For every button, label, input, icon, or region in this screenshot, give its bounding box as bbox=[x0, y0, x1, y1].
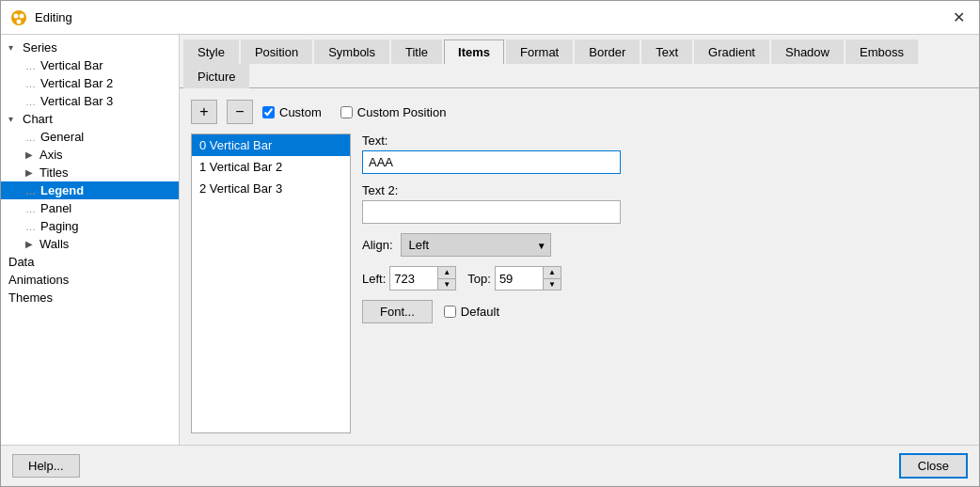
sidebar-item-themes[interactable]: Themes bbox=[1, 289, 179, 306]
sidebar-item-label-paging: Paging bbox=[40, 219, 78, 233]
align-label: Align: bbox=[362, 238, 393, 252]
sidebar-item-titles[interactable]: ▶Titles bbox=[1, 164, 179, 181]
sidebar-item-data[interactable]: Data bbox=[1, 253, 179, 271]
tab-format[interactable]: Format bbox=[506, 39, 573, 64]
top-spin-field: Top: ▲ ▼ bbox=[467, 266, 561, 291]
sidebar-item-label-legend: Legend bbox=[40, 183, 84, 197]
sidebar-item-label-vertical-bar-1: Vertical Bar bbox=[40, 58, 103, 72]
text2-input[interactable] bbox=[362, 200, 621, 224]
svg-point-2 bbox=[20, 13, 24, 18]
bottom-bar: Help... Close bbox=[1, 445, 979, 486]
sidebar-item-paging[interactable]: …Paging bbox=[1, 217, 179, 235]
title-bar-left: Editing bbox=[10, 9, 72, 26]
expand-icon-axis: ▶ bbox=[25, 149, 37, 160]
sidebar-item-label-panel: Panel bbox=[40, 201, 71, 215]
dots-icon-vertical-bar-1: … bbox=[25, 60, 36, 71]
align-row: Align: Left Center Right ▼ bbox=[362, 233, 968, 257]
font-button[interactable]: Font... bbox=[362, 300, 433, 323]
right-panel: StylePositionSymbolsTitleItemsFormatBord… bbox=[180, 35, 979, 445]
tab-style[interactable]: Style bbox=[183, 39, 239, 64]
tab-title[interactable]: Title bbox=[391, 39, 442, 64]
top-decrement-button[interactable]: ▼ bbox=[544, 278, 561, 290]
sidebar-item-label-walls: Walls bbox=[40, 237, 69, 251]
left-value-input[interactable] bbox=[390, 267, 437, 290]
title-bar: Editing ✕ bbox=[1, 1, 979, 35]
default-checkbox-label[interactable]: Default bbox=[444, 305, 499, 319]
top-spin-buttons: ▲ ▼ bbox=[543, 267, 561, 290]
custom-checkbox[interactable] bbox=[262, 106, 275, 118]
sidebar-item-label-chart: Chart bbox=[23, 112, 53, 126]
sidebar-item-series[interactable]: ▾Series bbox=[1, 39, 179, 56]
expand-icon-chart: ▾ bbox=[8, 114, 20, 124]
tab-gradient[interactable]: Gradient bbox=[694, 39, 769, 64]
dots-icon-paging: … bbox=[25, 221, 36, 232]
dialog-title: Editing bbox=[35, 10, 72, 24]
editing-dialog: Editing ✕ ▾Series…Vertical Bar…Vertical … bbox=[0, 0, 980, 487]
text2-label: Text 2: bbox=[362, 183, 968, 197]
remove-item-button[interactable]: − bbox=[227, 100, 253, 124]
close-button[interactable]: Close bbox=[899, 453, 968, 479]
sidebar-item-animations[interactable]: Animations bbox=[1, 271, 179, 289]
svg-point-1 bbox=[14, 13, 19, 18]
content-area: 0 Vertical Bar1 Vertical Bar 22 Vertical… bbox=[191, 134, 968, 433]
tab-position[interactable]: Position bbox=[241, 39, 312, 64]
sidebar-item-label-vertical-bar-2: Vertical Bar 2 bbox=[40, 76, 113, 90]
sidebar-item-legend[interactable]: …Legend bbox=[1, 181, 179, 199]
sidebar-item-label-series: Series bbox=[23, 40, 57, 55]
left-increment-button[interactable]: ▲ bbox=[438, 267, 455, 278]
left-decrement-button[interactable]: ▼ bbox=[438, 278, 455, 290]
top-increment-button[interactable]: ▲ bbox=[544, 267, 561, 278]
dots-icon-general: … bbox=[25, 132, 36, 143]
main-content: ▾Series…Vertical Bar…Vertical Bar 2…Vert… bbox=[1, 35, 979, 445]
left-spin-field: Left: ▲ ▼ bbox=[362, 266, 456, 291]
sidebar-item-label-titles: Titles bbox=[40, 165, 69, 180]
text2-field-row: Text 2: bbox=[362, 183, 968, 224]
text-field-row: Text: bbox=[362, 134, 968, 174]
form-area: Text: Text 2: Align: bbox=[362, 134, 968, 433]
sidebar-item-axis[interactable]: ▶Axis bbox=[1, 146, 179, 164]
tab-shadow[interactable]: Shadow bbox=[771, 39, 844, 64]
sidebar-item-chart[interactable]: ▾Chart bbox=[1, 110, 179, 128]
sidebar-item-label-animations: Animations bbox=[8, 273, 69, 287]
align-select-wrapper: Left Center Right ▼ bbox=[401, 233, 551, 257]
position-row: Left: ▲ ▼ Top: bbox=[362, 266, 968, 291]
align-select[interactable]: Left Center Right bbox=[401, 233, 551, 257]
custom-position-checkbox[interactable] bbox=[340, 106, 353, 118]
sidebar-item-general[interactable]: …General bbox=[1, 128, 179, 146]
tab-text[interactable]: Text bbox=[641, 39, 692, 64]
default-checkbox[interactable] bbox=[444, 306, 456, 318]
toolbar-row: + − Custom Custom Position bbox=[191, 100, 968, 124]
sidebar-item-panel[interactable]: …Panel bbox=[1, 199, 179, 217]
text-input[interactable] bbox=[362, 150, 621, 174]
top-value-input[interactable] bbox=[496, 267, 543, 290]
custom-position-label: Custom Position bbox=[357, 105, 447, 119]
left-label: Left: bbox=[362, 272, 386, 286]
font-row: Font... Default bbox=[362, 300, 968, 323]
expand-icon-walls: ▶ bbox=[25, 239, 37, 249]
sidebar-item-vertical-bar-2[interactable]: …Vertical Bar 2 bbox=[1, 74, 179, 92]
tab-border[interactable]: Border bbox=[575, 39, 640, 64]
default-label: Default bbox=[461, 305, 499, 319]
tab-emboss[interactable]: Emboss bbox=[846, 39, 918, 64]
tab-symbols[interactable]: Symbols bbox=[314, 39, 389, 64]
sidebar: ▾Series…Vertical Bar…Vertical Bar 2…Vert… bbox=[1, 35, 180, 445]
custom-checkbox-label[interactable]: Custom bbox=[262, 105, 322, 119]
custom-position-checkbox-label[interactable]: Custom Position bbox=[340, 105, 447, 119]
help-button[interactable]: Help... bbox=[12, 454, 80, 478]
sidebar-item-label-general: General bbox=[40, 130, 84, 144]
add-item-button[interactable]: + bbox=[191, 100, 217, 124]
series-list-item-0[interactable]: 0 Vertical Bar bbox=[192, 134, 350, 156]
window-close-button[interactable]: ✕ bbox=[947, 7, 970, 29]
series-list-item-1[interactable]: 1 Vertical Bar 2 bbox=[192, 156, 350, 178]
dots-icon-legend: … bbox=[25, 185, 36, 196]
sidebar-item-label-vertical-bar-3: Vertical Bar 3 bbox=[40, 94, 113, 108]
sidebar-item-vertical-bar-3[interactable]: …Vertical Bar 3 bbox=[1, 92, 179, 110]
left-spin-buttons: ▲ ▼ bbox=[437, 267, 455, 290]
series-list-item-2[interactable]: 2 Vertical Bar 3 bbox=[192, 178, 350, 199]
dots-icon-vertical-bar-2: … bbox=[25, 78, 36, 89]
tab-picture[interactable]: Picture bbox=[183, 64, 249, 88]
sidebar-item-walls[interactable]: ▶Walls bbox=[1, 235, 179, 253]
custom-label: Custom bbox=[279, 105, 322, 119]
sidebar-item-vertical-bar-1[interactable]: …Vertical Bar bbox=[1, 56, 179, 74]
tab-items[interactable]: Items bbox=[444, 39, 504, 64]
